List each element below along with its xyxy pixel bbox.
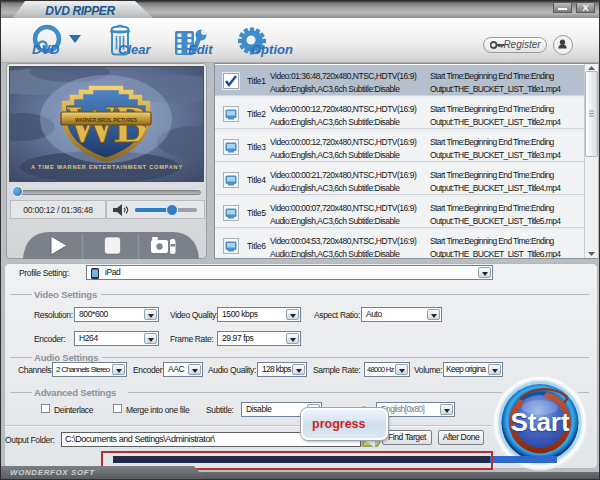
svg-text:Start: Start bbox=[510, 407, 570, 437]
svg-text:A TIME WARNER ENTERTAINMENT CO: A TIME WARNER ENTERTAINMENT COMPANY bbox=[31, 164, 183, 170]
svg-text:WARNER BROS. PICTURES: WARNER BROS. PICTURES bbox=[75, 117, 138, 123]
